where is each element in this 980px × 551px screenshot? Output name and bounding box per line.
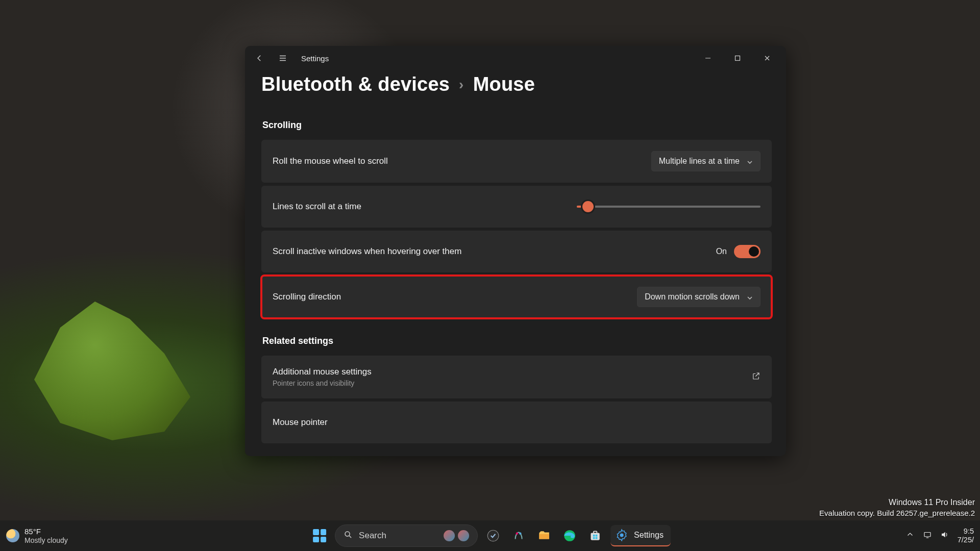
- taskbar-file-explorer[interactable]: [534, 525, 554, 546]
- slider-thumb[interactable]: [582, 201, 594, 212]
- setting-label: Mouse pointer: [273, 417, 328, 428]
- taskbar-weather[interactable]: 85°F Mostly cloudy: [0, 527, 68, 544]
- start-button[interactable]: [309, 525, 330, 546]
- svg-rect-0: [736, 56, 740, 61]
- taskbar-app-1[interactable]: [483, 525, 503, 546]
- setting-scrolling-direction: Scrolling direction Down motion scrolls …: [261, 276, 772, 318]
- weather-desc: Mostly cloudy: [24, 536, 68, 544]
- breadcrumb-current: Mouse: [473, 73, 535, 95]
- maximize-button[interactable]: [723, 48, 752, 68]
- setting-label: Scroll inactive windows when hovering ov…: [273, 246, 461, 257]
- breadcrumb-parent[interactable]: Bluetooth & devices: [261, 73, 450, 95]
- taskbar-clock[interactable]: 9:5 7/25/: [958, 527, 974, 545]
- close-button[interactable]: [752, 48, 782, 68]
- setting-additional-mouse[interactable]: Additional mouse settings Pointer icons …: [261, 356, 772, 398]
- roll-wheel-dropdown[interactable]: Multiple lines at a time: [651, 151, 761, 171]
- svg-point-1: [345, 532, 350, 536]
- svg-rect-7: [591, 533, 599, 540]
- scrolling-direction-dropdown[interactable]: Down motion scrolls down: [637, 287, 761, 307]
- desktop-watermark: Windows 11 Pro Insider Evaluation copy. …: [819, 497, 975, 518]
- setting-mouse-pointer[interactable]: Mouse pointer: [261, 402, 772, 443]
- section-scrolling: Scrolling: [262, 120, 772, 131]
- wallpaper-leaf: [26, 276, 199, 449]
- chevron-down-icon: [747, 158, 753, 164]
- setting-lines-to-scroll: Lines to scroll at a time: [261, 186, 772, 228]
- gear-icon: [615, 528, 629, 542]
- setting-label: Scrolling direction: [273, 292, 341, 302]
- toggle-knob: [749, 246, 759, 257]
- setting-sublabel: Pointer icons and visibility: [273, 379, 372, 387]
- titlebar: Settings: [245, 46, 786, 70]
- svg-point-13: [620, 534, 624, 537]
- volume-icon[interactable]: [940, 530, 949, 541]
- back-button[interactable]: [249, 48, 270, 68]
- svg-rect-11: [593, 537, 595, 539]
- weather-icon: [6, 529, 19, 542]
- svg-rect-8: [594, 531, 597, 533]
- svg-rect-10: [596, 535, 598, 537]
- setting-label: Lines to scroll at a time: [273, 202, 361, 212]
- clock-time: 9:5: [958, 527, 974, 536]
- minimize-button[interactable]: [693, 48, 723, 68]
- tray-overflow-icon[interactable]: [905, 530, 915, 541]
- lines-slider[interactable]: [577, 201, 761, 213]
- scroll-inactive-toggle[interactable]: [734, 245, 761, 258]
- settings-content[interactable]: Scrolling Roll the mouse wheel to scroll…: [245, 95, 786, 446]
- svg-point-3: [516, 533, 518, 535]
- svg-rect-9: [593, 535, 595, 537]
- svg-point-4: [519, 533, 521, 535]
- taskbar-active-settings[interactable]: Settings: [610, 525, 671, 546]
- section-related: Related settings: [262, 336, 772, 346]
- nav-menu-button[interactable]: [273, 48, 293, 68]
- watermark-line1: Windows 11 Pro Insider: [819, 497, 975, 508]
- chevron-down-icon: [747, 294, 753, 300]
- chevron-right-icon: ›: [459, 77, 464, 93]
- taskbar: 85°F Mostly cloudy Search: [0, 520, 980, 551]
- clock-date: 7/25/: [958, 536, 974, 544]
- watermark-line2: Evaluation copy. Build 26257.ge_prerelea…: [819, 508, 975, 518]
- search-icon: [344, 530, 353, 541]
- svg-point-2: [487, 530, 499, 541]
- setting-scroll-inactive: Scroll inactive windows when hovering ov…: [261, 231, 772, 272]
- settings-window: Settings Bluetooth & devices › Mouse Scr…: [245, 46, 786, 456]
- svg-rect-14: [924, 533, 930, 537]
- window-title: Settings: [301, 54, 329, 63]
- setting-roll-wheel: Roll the mouse wheel to scroll Multiple …: [261, 140, 772, 183]
- taskbar-store[interactable]: [585, 525, 605, 546]
- network-icon[interactable]: [923, 530, 932, 541]
- taskbar-search[interactable]: Search: [335, 524, 478, 547]
- breadcrumb: Bluetooth & devices › Mouse: [245, 70, 786, 95]
- svg-rect-5: [539, 534, 549, 539]
- slider-track: [577, 206, 761, 208]
- taskbar-center: Search Settings: [309, 524, 671, 547]
- toggle-state-text: On: [716, 247, 727, 256]
- search-highlights-icon: [444, 530, 469, 541]
- taskbar-active-label: Settings: [634, 531, 664, 540]
- dropdown-value: Multiple lines at a time: [659, 157, 740, 166]
- setting-label: Roll the mouse wheel to scroll: [273, 156, 388, 166]
- search-placeholder: Search: [359, 531, 386, 541]
- open-external-icon: [751, 371, 761, 383]
- taskbar-copilot[interactable]: [508, 525, 529, 546]
- svg-rect-12: [596, 537, 598, 539]
- taskbar-edge[interactable]: [559, 525, 580, 546]
- dropdown-value: Down motion scrolls down: [645, 292, 740, 302]
- taskbar-tray: 9:5 7/25/: [905, 527, 980, 545]
- setting-label: Additional mouse settings: [273, 367, 372, 377]
- weather-temp: 85°F: [24, 527, 41, 536]
